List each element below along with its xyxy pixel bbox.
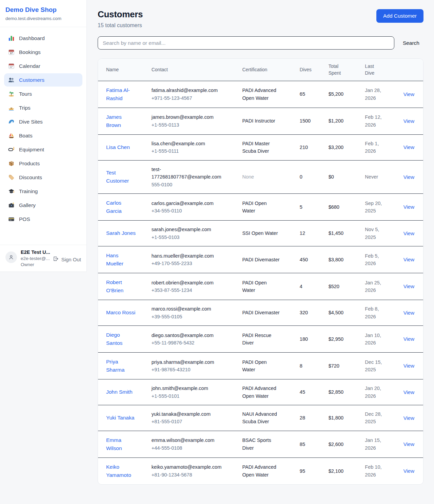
customer-last-dive: Feb 10, 2026 <box>365 463 384 479</box>
table-row: Keiko Yamamoto keiko.yamamoto@example.co… <box>98 458 423 484</box>
view-link[interactable]: View <box>403 363 414 369</box>
customer-name-link[interactable]: James Brown <box>106 113 136 129</box>
sidebar-item-products[interactable]: Products <box>4 157 82 170</box>
user-name: E2E Test U... <box>21 249 49 255</box>
view-link[interactable]: View <box>403 389 414 395</box>
column-last-dive: Last Dive <box>361 59 397 81</box>
customer-total-spent: $2,100 <box>324 458 361 484</box>
customer-certification: PADI Advanced Open Water <box>242 87 280 102</box>
view-link[interactable]: View <box>403 415 414 421</box>
customer-name-link[interactable]: Yuki Tanaka <box>106 414 134 422</box>
customer-dives: 180 <box>296 325 324 352</box>
customer-dives: 8 <box>296 353 324 379</box>
customer-name-link[interactable]: Priya Sharma <box>106 358 136 374</box>
customer-last-dive: Jan 25, 2026 <box>365 279 384 294</box>
sidebar-item-training[interactable]: Training <box>4 185 82 198</box>
add-customer-button[interactable]: Add Customer <box>376 9 423 23</box>
view-link[interactable]: View <box>403 441 414 447</box>
customer-name-link[interactable]: Hans Mueller <box>106 251 136 268</box>
sign-out-button[interactable]: Sign Out <box>53 256 81 263</box>
customer-name-link[interactable]: Robert O'Brien <box>106 278 136 295</box>
customer-phone: +353-87-555-1234 <box>152 286 234 294</box>
customer-name-link[interactable]: Sarah Jones <box>106 229 136 237</box>
customer-last-dive: Feb 5, 2026 <box>365 252 384 267</box>
customer-email: lisa.chen@example.com <box>152 140 223 147</box>
customer-phone: +1-555-0101 <box>152 392 234 400</box>
table-row: Fatima Al-Rashid fatima.alrashid@example… <box>98 81 423 108</box>
shop-title[interactable]: Demo Dive Shop <box>5 6 81 14</box>
customer-email: priya.sharma@example.com <box>152 358 223 366</box>
view-link[interactable]: View <box>403 257 414 262</box>
customer-certification: PADI Instructor <box>242 117 275 125</box>
customer-name-link[interactable]: Carlos Garcia <box>106 199 136 215</box>
customer-phone: +81-555-0107 <box>152 418 234 425</box>
customer-dives: 85 <box>296 431 324 458</box>
sidebar-item-boats[interactable]: Boats <box>4 129 82 142</box>
customer-name-link[interactable]: Fatima Al-Rashid <box>106 86 136 102</box>
boats-icon <box>8 132 15 139</box>
view-link[interactable]: View <box>403 283 414 289</box>
tours-icon <box>8 91 15 97</box>
column-contact: Contact <box>147 59 238 81</box>
column-total-spent: Total Spent <box>324 59 361 81</box>
sidebar-item-dashboard[interactable]: Dashboard <box>4 32 82 45</box>
view-link[interactable]: View <box>403 204 414 210</box>
search-button[interactable]: Search <box>403 40 423 46</box>
customer-phone: +55-11-99876-5432 <box>152 339 234 347</box>
customer-certification: PADI Advanced Open Water <box>242 385 280 400</box>
customer-total-spent: $1,200 <box>324 108 361 134</box>
sidebar-item-gallery[interactable]: Gallery <box>4 199 82 212</box>
table-row: Marco Rossi marco.rossi@example.com +39-… <box>98 300 423 326</box>
table-row: Yuki Tanaka yuki.tanaka@example.com +81-… <box>98 405 423 431</box>
sidebar-item-pos[interactable]: POS <box>4 212 82 226</box>
sidebar-item-calendar[interactable]: Calendar <box>4 59 82 73</box>
view-link[interactable]: View <box>403 174 414 180</box>
calendar-icon <box>8 63 15 69</box>
customer-certification: PADI Open Water <box>242 279 280 294</box>
customer-total-spent: $4,500 <box>324 300 361 326</box>
view-link[interactable]: View <box>403 468 414 474</box>
view-link[interactable]: View <box>403 310 414 316</box>
sidebar-item-customers[interactable]: Customers <box>4 73 82 87</box>
customer-dives: 210 <box>296 134 324 160</box>
customer-email: marco.rossi@example.com <box>152 305 223 313</box>
customer-certification: PADI Divemaster <box>242 256 279 263</box>
dashboard-icon <box>8 35 15 41</box>
sidebar-item-bookings[interactable]: 17 Bookings <box>4 45 82 59</box>
trips-icon <box>8 105 15 111</box>
column-certification: Certification <box>238 59 295 81</box>
table-row: Lisa Chen lisa.chen@example.com +1-555-0… <box>98 134 423 160</box>
training-icon <box>8 188 15 194</box>
customer-name-link[interactable]: Marco Rossi <box>106 309 135 317</box>
customer-last-dive: Feb 12, 2026 <box>365 113 384 129</box>
customer-name-link[interactable]: Emma Wilson <box>106 436 136 452</box>
customer-dives: 1500 <box>296 108 324 134</box>
view-link[interactable]: View <box>403 336 414 342</box>
sidebar-item-equipment[interactable]: Equipment <box>4 143 82 156</box>
sidebar-item-tours[interactable]: Tours <box>4 87 82 100</box>
customer-name-link[interactable]: John Smith <box>106 388 133 396</box>
customer-email: keiko.yamamoto@example.com <box>152 463 223 471</box>
customer-name-link[interactable]: Diego Santos <box>106 331 136 347</box>
main-content: Customers 15 total customers Add Custome… <box>87 0 434 485</box>
table-row: Diego Santos diego.santos@example.com +5… <box>98 325 423 352</box>
customer-last-dive: Jan 15, 2026 <box>365 436 384 452</box>
customer-last-dive: Dec 15, 2025 <box>365 358 384 374</box>
view-link[interactable]: View <box>403 118 414 124</box>
table-row: Sarah Jones sarah.jones@example.com +1-5… <box>98 221 423 246</box>
search-input[interactable] <box>98 36 394 50</box>
customer-total-spent: $2,950 <box>324 325 361 352</box>
customer-phone: +1-555-0113 <box>152 121 234 129</box>
view-link[interactable]: View <box>403 91 414 97</box>
customer-name-link[interactable]: Keiko Yamamoto <box>106 463 136 479</box>
sidebar-item-dive-sites[interactable]: Dive Sites <box>4 115 82 128</box>
view-link[interactable]: View <box>403 230 414 236</box>
customer-name-link[interactable]: Test Customer <box>106 169 136 185</box>
sidebar-item-discounts[interactable]: Discounts <box>4 171 82 184</box>
customer-total-spent: $5,200 <box>324 81 361 108</box>
customer-name-link[interactable]: Lisa Chen <box>106 143 130 151</box>
view-link[interactable]: View <box>403 144 414 150</box>
customer-last-dive: Feb 8, 2026 <box>365 305 384 320</box>
sidebar-item-trips[interactable]: Trips <box>4 101 82 114</box>
customer-email: sarah.jones@example.com <box>152 226 223 233</box>
